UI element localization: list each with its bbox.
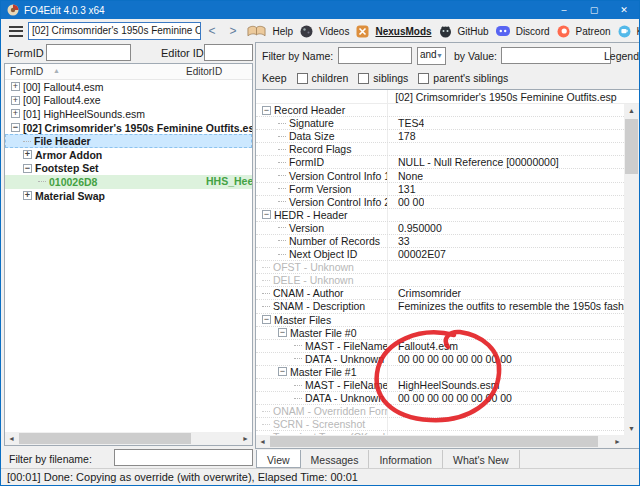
record-row[interactable]: OFST - Unknown (256, 261, 624, 274)
collapse-icon[interactable]: − (262, 210, 271, 219)
filename-filter-input[interactable] (114, 449, 253, 466)
filter-value-input[interactable] (501, 47, 611, 64)
github-icon (439, 25, 455, 38)
maximize-button[interactable]: ▢ (579, 1, 609, 19)
expand-icon[interactable]: + (23, 191, 32, 200)
tree-row[interactable]: −[02] Crimsomrider's 1950s Feminine Outf… (5, 121, 252, 135)
record-row[interactable]: ONAM - Overridden Forms (256, 405, 624, 418)
editorid-column-header[interactable]: EditorID (186, 66, 222, 77)
record-row[interactable]: −Master File #1 (256, 366, 624, 379)
toolbar-link-help[interactable]: Help (247, 25, 293, 38)
toolbar-link-patreon[interactable]: Patreon (557, 25, 611, 38)
tree-column-headers[interactable]: FormID ▲ EditorID (5, 64, 252, 80)
record-row[interactable]: MAST - FileNameFallout4.esm (256, 340, 624, 353)
record-row[interactable]: Version Control Info 200 00 (256, 196, 624, 209)
tab-information[interactable]: Information (369, 450, 443, 468)
tab-what-s-new[interactable]: What's New (443, 450, 520, 468)
scroll-down-icon[interactable]: ▼ (624, 422, 639, 435)
collapse-icon[interactable]: − (23, 164, 32, 173)
tree-connector (23, 141, 31, 142)
record-row[interactable]: SNAM - DescriptionFeminizes the outfits … (256, 300, 624, 313)
formid-column-header[interactable]: FormID (10, 66, 43, 77)
record-row[interactable]: −Master File #0 (256, 327, 624, 340)
formid-input[interactable] (46, 44, 131, 61)
collapse-icon[interactable]: − (262, 106, 271, 115)
record-row[interactable]: −Record Header (256, 104, 624, 117)
scrollbar-thumb[interactable] (270, 436, 598, 447)
tab-messages[interactable]: Messages (301, 450, 370, 468)
keep-checkbox-parent-s-siblings[interactable] (418, 73, 429, 84)
collapse-icon[interactable]: − (278, 328, 287, 337)
scroll-left-icon[interactable]: ◄ (5, 432, 18, 445)
toolbar-link-label: Help (272, 26, 293, 37)
keep-option-label: siblings (373, 72, 408, 84)
record-file-column-header[interactable]: [02] Crimsomrider's 1950s Feminine Outfi… (388, 90, 624, 104)
record-row[interactable]: −HEDR - Header (256, 209, 624, 222)
minimize-button[interactable]: – (549, 1, 579, 19)
tree-row[interactable]: +[00] Fallout4.exe (5, 94, 252, 108)
expand-icon[interactable]: + (11, 96, 20, 105)
record-row[interactable]: DELE - Unknown (256, 274, 624, 287)
tree-horizontal-scrollbar[interactable]: ◄ ► (5, 432, 252, 445)
toolbar-link-videos[interactable]: Videos (300, 25, 349, 38)
record-field-value: 00 00 00 00 00 00 00 00 (388, 353, 512, 365)
record-row[interactable]: SCRN - Screenshot (256, 418, 624, 431)
record-row[interactable]: Number of Records33 (256, 235, 624, 248)
record-row[interactable]: DATA - Unknown00 00 00 00 00 00 00 00 (256, 353, 624, 366)
record-horizontal-scrollbar[interactable]: ◄ ► (256, 435, 624, 448)
tree-row[interactable]: +[00] Fallout4.esm (5, 80, 252, 94)
scrollbar-thumb[interactable] (19, 433, 191, 444)
record-vertical-scrollbar[interactable]: ▲ ▼ (624, 104, 639, 435)
nav-back-button[interactable]: < (201, 21, 222, 41)
toolbar-link-ko-fi[interactable]: Ko-Fi (618, 25, 639, 38)
record-row[interactable]: FormIDNULL - Null Reference [00000000] (256, 156, 624, 169)
expand-icon[interactable]: + (11, 109, 20, 118)
record-row[interactable]: −Master Files (256, 314, 624, 327)
toolbar-link-discord[interactable]: Discord (496, 25, 550, 37)
record-view-header[interactable]: [02] Crimsomrider's 1950s Feminine Outfi… (256, 90, 639, 104)
scroll-right-icon[interactable]: ► (611, 435, 624, 448)
record-row[interactable]: DATA - Unknown00 00 00 00 00 00 00 00 (256, 392, 624, 405)
collapse-icon[interactable]: − (11, 123, 20, 132)
close-button[interactable]: ✕ (609, 1, 639, 19)
record-row[interactable]: Version0.950000 (256, 222, 624, 235)
record-row[interactable]: Version Control Info 1None (256, 169, 624, 182)
keep-checkbox-children[interactable] (297, 73, 308, 84)
nav-forward-button[interactable]: > (222, 21, 243, 41)
menu-icon[interactable] (9, 26, 23, 37)
scrollbar-thumb[interactable] (625, 119, 638, 174)
record-row[interactable]: CNAM - AuthorCrimsomrider (256, 287, 624, 300)
tree-row[interactable]: 010026D8HHS_HeelFootsteps (5, 175, 252, 189)
filter-name-input[interactable] (338, 47, 412, 64)
scroll-up-icon[interactable]: ▲ (624, 104, 639, 117)
expand-icon[interactable]: + (11, 82, 20, 91)
collapse-icon[interactable]: − (278, 367, 287, 376)
tree-row[interactable]: −Footstep Set (5, 162, 252, 176)
toolbar-link-github[interactable]: GitHub (439, 25, 489, 38)
expand-icon[interactable]: + (23, 150, 32, 159)
scroll-right-icon[interactable]: ► (239, 432, 252, 445)
record-field-name: OFST - Unknown (273, 261, 354, 273)
record-row[interactable]: Data Size178 (256, 130, 624, 143)
tree-connector (294, 358, 302, 359)
tree-row[interactable]: +Material Swap (5, 189, 252, 203)
toolbar-link-nexusmods[interactable]: NexusMods (356, 25, 431, 38)
toolbar-link-label: Ko-Fi (637, 26, 639, 37)
tree-row[interactable]: +[01] HighHeelSounds.esm (5, 107, 252, 121)
editorid-input[interactable] (204, 44, 253, 61)
tab-view[interactable]: View (256, 450, 301, 468)
record-row[interactable]: MAST - FileNameHighHeelSounds.esm (256, 379, 624, 392)
keep-checkbox-siblings[interactable] (358, 73, 369, 84)
collapse-icon[interactable]: − (262, 315, 271, 324)
record-row[interactable]: Next Object ID00002E07 (256, 248, 624, 261)
scroll-left-icon[interactable]: ◄ (256, 435, 269, 448)
module-selector[interactable]: [02] Crimsomrider's 1950s Feminine Outfi… (28, 22, 201, 40)
tree-row[interactable]: +Armor Addon (5, 148, 252, 162)
record-row[interactable]: Record Flags (256, 143, 624, 156)
record-row[interactable]: SignatureTES4 (256, 117, 624, 130)
legend-button[interactable]: Legend (604, 50, 639, 62)
record-field-name: CNAM - Author (273, 287, 344, 299)
filter-operator-select[interactable]: and ▼ (417, 47, 446, 65)
tree-row[interactable]: File Header (5, 134, 252, 148)
record-row[interactable]: Form Version131 (256, 183, 624, 196)
